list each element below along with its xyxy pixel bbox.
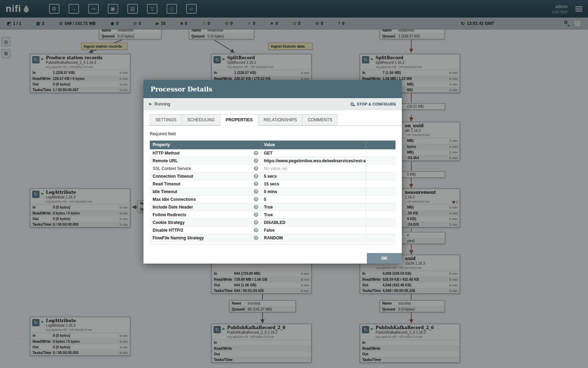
tab-properties[interactable]: PROPERTIES — [220, 114, 258, 126]
tab-settings[interactable]: SETTINGS — [150, 114, 182, 125]
property-value-cell: 5 mins — [261, 188, 366, 195]
dialog-header: Processor Details — [144, 80, 402, 98]
property-row: Connection Timeout?5 secs — [150, 172, 396, 180]
property-extra-cell — [366, 188, 396, 195]
property-extra-cell — [366, 234, 396, 241]
property-value-cell: True — [261, 203, 366, 211]
properties-table-body: HTTP Method?GETRemote URL?https://www.pe… — [150, 149, 396, 244]
property-name-cell: Read Timeout? — [150, 180, 261, 188]
property-value-cell: True — [261, 211, 366, 218]
property-value-cell: No value set — [261, 165, 366, 172]
help-icon[interactable]: ? — [254, 205, 258, 209]
properties-table-header: Property Value — [150, 141, 396, 149]
property-extra-cell — [366, 172, 396, 180]
property-value-cell: DISABLED — [261, 219, 366, 226]
dialog-status-strip: ▶ Running ⚙▶ STOP & CONFIGURE — [144, 98, 402, 110]
property-extra-cell — [366, 211, 396, 218]
help-icon[interactable]: ? — [254, 151, 258, 155]
dialog-content: Required field Property Value HTTP Metho… — [144, 131, 402, 244]
help-icon[interactable]: ? — [254, 174, 258, 178]
help-icon[interactable]: ? — [254, 236, 258, 240]
tab-scheduling[interactable]: SCHEDULING — [182, 114, 220, 125]
processor-details-dialog: Processor Details ▶ Running ⚙▶ STOP & CO… — [144, 80, 402, 264]
property-name-cell: HTTP Method? — [150, 149, 261, 157]
stop-configure-icon: ⚙▶ — [350, 101, 355, 107]
property-extra-cell — [366, 149, 396, 157]
modal-tabs: SETTINGSSCHEDULINGPROPERTIESRELATIONSHIP… — [144, 114, 402, 126]
property-row: Read Timeout?15 secs — [150, 180, 396, 188]
property-row: Include Date Header?True — [150, 203, 396, 211]
help-icon[interactable]: ? — [254, 189, 258, 194]
help-icon[interactable]: ? — [254, 197, 258, 202]
property-value-cell: RANDOM — [261, 234, 366, 241]
property-name-cell: Cookie Strategy? — [150, 219, 261, 226]
property-value-cell: https://www.pegelonline.wsv.de/webservic… — [261, 157, 366, 164]
property-row: SSL Context Service?No value set — [150, 165, 396, 172]
property-name-cell: SSL Context Service? — [150, 165, 261, 172]
property-name-cell: Connection Timeout? — [150, 172, 261, 180]
property-value-cell: 15 secs — [261, 180, 366, 188]
property-extra-cell — [366, 226, 396, 234]
running-icon: ▶ — [149, 102, 152, 106]
property-value-cell: 5 secs — [261, 172, 366, 180]
property-extra-cell — [366, 203, 396, 211]
stop-configure-button[interactable]: STOP & CONFIGURE — [357, 102, 396, 106]
properties-table: Property Value HTTP Method?GETRemote URL… — [150, 141, 396, 244]
help-icon[interactable]: ? — [254, 158, 258, 163]
run-status-label: Running — [154, 102, 170, 107]
property-row: Follow Redirects?True — [150, 211, 396, 219]
property-row: Idle Timeout?5 mins — [150, 188, 396, 196]
property-name-cell: Remote URL? — [150, 157, 261, 164]
column-property: Property — [150, 141, 261, 149]
property-extra-cell — [366, 180, 396, 188]
property-row: FlowFile Naming Strategy?RANDOM — [150, 234, 396, 242]
ok-button[interactable]: OK — [367, 253, 402, 264]
property-row-partial — [150, 242, 396, 244]
property-extra-cell — [366, 196, 396, 203]
property-value-cell: 5 — [261, 196, 366, 203]
tab-comments[interactable]: COMMENTS — [302, 114, 338, 125]
property-name-cell: Follow Redirects? — [150, 211, 261, 218]
property-row: Cookie Strategy?DISABLED — [150, 219, 396, 226]
dialog-title: Processor Details — [150, 86, 212, 93]
help-icon[interactable]: ? — [254, 166, 258, 171]
property-row: Remote URL?https://www.pegelonline.wsv.d… — [150, 157, 396, 165]
property-row: HTTP Method?GET — [150, 149, 396, 157]
property-name-cell: FlowFile Naming Strategy? — [150, 234, 261, 241]
property-extra-cell — [366, 165, 396, 172]
column-value: Value — [261, 141, 366, 149]
property-value-cell: False — [261, 226, 366, 234]
help-icon[interactable]: ? — [254, 182, 258, 186]
property-name-cell: Idle Timeout? — [150, 188, 261, 195]
required-field-note: Required field — [150, 131, 396, 136]
property-row: Disable HTTP/2?False — [150, 226, 396, 234]
property-row: Max Idle Connections?5 — [150, 196, 396, 203]
help-icon[interactable]: ? — [254, 212, 258, 217]
property-value-cell: GET — [261, 149, 366, 157]
property-name-cell: Include Date Header? — [150, 203, 261, 211]
property-extra-cell — [366, 157, 396, 164]
help-icon[interactable]: ? — [254, 220, 258, 225]
property-name-cell: Disable HTTP/2? — [150, 226, 261, 234]
tab-relationships[interactable]: RELATIONSHIPS — [258, 114, 302, 125]
help-icon[interactable]: ? — [254, 228, 258, 232]
property-extra-cell — [366, 219, 396, 226]
property-name-cell: Max Idle Connections? — [150, 196, 261, 203]
